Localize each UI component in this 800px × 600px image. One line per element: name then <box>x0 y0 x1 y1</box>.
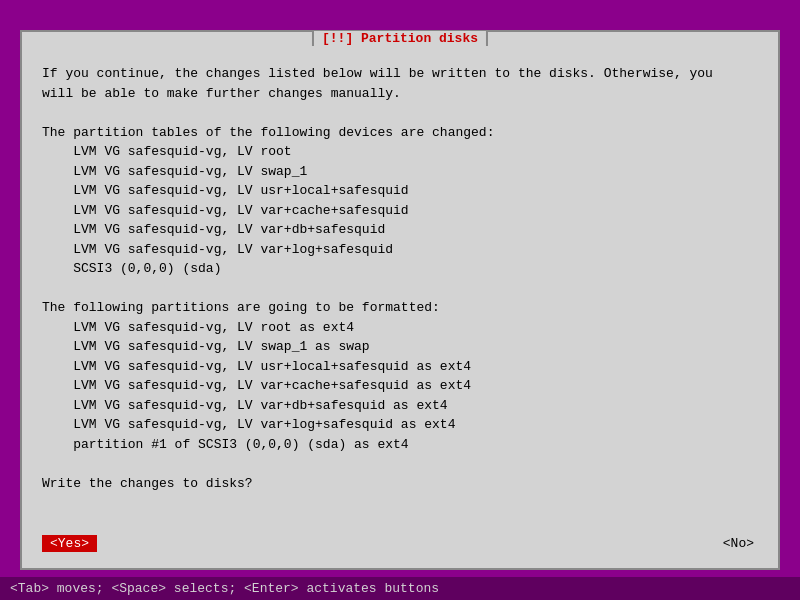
dialog-content: If you continue, the changes listed belo… <box>22 48 778 531</box>
dialog-window: [!!] Partition disks If you continue, th… <box>20 30 780 570</box>
statusbar: <Tab> moves; <Space> selects; <Enter> ac… <box>0 577 800 600</box>
buttons-row: <Yes> <No> <box>22 531 778 568</box>
yes-button[interactable]: <Yes> <box>42 535 97 552</box>
no-button[interactable]: <No> <box>719 535 758 552</box>
dialog-title: [!!] Partition disks <box>312 31 488 46</box>
